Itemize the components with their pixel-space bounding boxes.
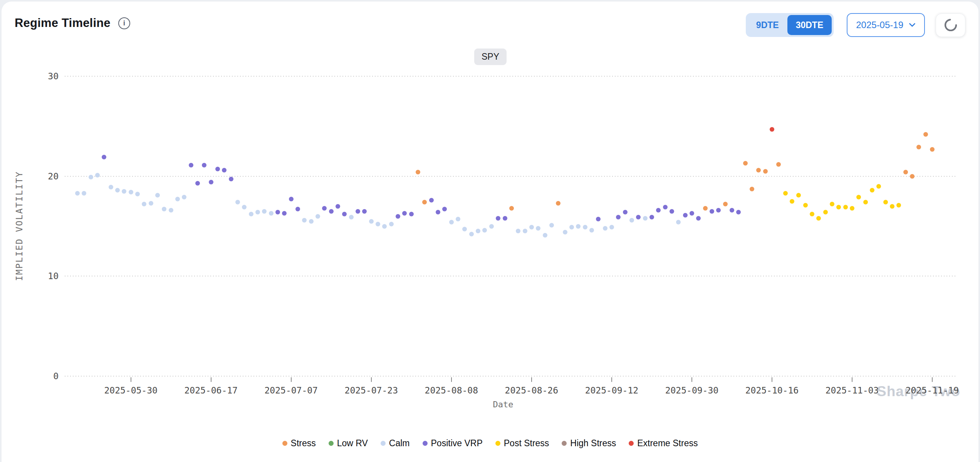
legend-item-low-rv[interactable]: Low RV: [329, 438, 368, 449]
data-point-stress[interactable]: [776, 162, 781, 167]
data-point-calm[interactable]: [369, 219, 374, 224]
data-point-stress[interactable]: [416, 170, 420, 174]
data-point-stress[interactable]: [916, 145, 921, 149]
data-point-post-stress[interactable]: [810, 212, 814, 216]
data-point-calm[interactable]: [155, 193, 160, 198]
data-point-calm[interactable]: [82, 191, 86, 196]
data-point-post-stress[interactable]: [830, 202, 834, 206]
data-point-calm[interactable]: [269, 211, 274, 216]
legend-item-extreme-stress[interactable]: Extreme Stress: [629, 438, 698, 449]
data-point-calm[interactable]: [536, 226, 540, 231]
data-point-stress[interactable]: [509, 206, 514, 211]
data-point-calm[interactable]: [583, 225, 587, 229]
data-point-post-stress[interactable]: [823, 210, 828, 214]
data-point-calm[interactable]: [309, 219, 314, 224]
data-point-calm[interactable]: [389, 222, 394, 226]
data-point-calm[interactable]: [75, 191, 80, 196]
data-point-positive-vrp[interactable]: [209, 180, 213, 184]
data-point-post-stress[interactable]: [896, 203, 901, 208]
data-point-positive-vrp[interactable]: [649, 215, 654, 219]
data-point-stress[interactable]: [910, 174, 915, 179]
data-point-calm[interactable]: [516, 229, 520, 233]
data-point-positive-vrp[interactable]: [275, 210, 280, 214]
data-point-calm[interactable]: [182, 195, 186, 199]
data-point-positive-vrp[interactable]: [102, 155, 106, 159]
data-point-positive-vrp[interactable]: [736, 210, 741, 214]
data-point-calm[interactable]: [549, 223, 554, 228]
data-point-calm[interactable]: [142, 202, 146, 206]
data-point-calm[interactable]: [643, 216, 648, 221]
legend-item-stress[interactable]: Stress: [282, 438, 316, 449]
data-point-positive-vrp[interactable]: [402, 211, 407, 216]
data-point-calm[interactable]: [122, 189, 126, 194]
legend-item-high-stress[interactable]: High Stress: [562, 438, 616, 449]
data-point-stress[interactable]: [750, 187, 754, 191]
data-point-positive-vrp[interactable]: [189, 163, 193, 167]
data-point-positive-vrp[interactable]: [329, 209, 334, 214]
data-point-positive-vrp[interactable]: [289, 197, 294, 201]
legend-item-calm[interactable]: Calm: [381, 438, 410, 449]
data-point-calm[interactable]: [169, 208, 173, 213]
data-point-positive-vrp[interactable]: [623, 210, 628, 214]
data-point-stress[interactable]: [743, 161, 748, 166]
data-point-positive-vrp[interactable]: [663, 205, 668, 209]
data-point-calm[interactable]: [523, 229, 527, 233]
data-point-stress[interactable]: [903, 170, 908, 174]
data-point-calm[interactable]: [262, 209, 267, 214]
data-point-calm[interactable]: [382, 224, 387, 229]
data-point-positive-vrp[interactable]: [282, 211, 287, 216]
data-point-positive-vrp[interactable]: [222, 168, 227, 172]
data-point-positive-vrp[interactable]: [429, 198, 434, 203]
data-point-positive-vrp[interactable]: [596, 217, 601, 221]
data-point-post-stress[interactable]: [796, 193, 801, 198]
data-point-stress[interactable]: [756, 168, 761, 172]
data-point-calm[interactable]: [109, 185, 113, 189]
data-point-post-stress[interactable]: [863, 200, 868, 204]
data-point-positive-vrp[interactable]: [496, 216, 500, 221]
data-point-stress[interactable]: [703, 206, 708, 211]
data-point-calm[interactable]: [115, 188, 120, 192]
data-point-calm[interactable]: [482, 228, 487, 233]
data-point-calm[interactable]: [456, 217, 460, 221]
data-point-positive-vrp[interactable]: [336, 204, 340, 209]
data-point-stress[interactable]: [930, 147, 935, 152]
data-point-positive-vrp[interactable]: [322, 206, 327, 211]
data-point-calm[interactable]: [449, 220, 454, 224]
data-point-calm[interactable]: [235, 200, 240, 204]
data-point-calm[interactable]: [95, 173, 100, 177]
data-point-positive-vrp[interactable]: [636, 215, 641, 219]
data-point-post-stress[interactable]: [883, 200, 888, 204]
data-point-calm[interactable]: [89, 175, 93, 179]
legend-item-post-stress[interactable]: Post Stress: [495, 438, 549, 449]
data-point-positive-vrp[interactable]: [683, 213, 688, 218]
data-point-calm[interactable]: [609, 225, 614, 229]
data-point-post-stress[interactable]: [870, 188, 874, 192]
chart-plot[interactable]: IMPLIED VOLATILITY Date Sharpe Two 01020…: [2, 2, 978, 462]
data-point-post-stress[interactable]: [843, 205, 848, 209]
data-point-positive-vrp[interactable]: [195, 181, 200, 186]
data-point-post-stress[interactable]: [803, 203, 808, 208]
data-point-stress[interactable]: [556, 201, 560, 206]
data-point-post-stress[interactable]: [876, 184, 881, 189]
data-point-stress[interactable]: [763, 169, 768, 174]
data-point-positive-vrp[interactable]: [710, 209, 714, 214]
data-point-calm[interactable]: [149, 201, 153, 206]
data-point-positive-vrp[interactable]: [670, 209, 674, 214]
data-point-positive-vrp[interactable]: [690, 211, 694, 216]
data-point-calm[interactable]: [476, 229, 480, 233]
data-point-calm[interactable]: [315, 214, 320, 219]
data-point-positive-vrp[interactable]: [730, 208, 734, 213]
data-point-post-stress[interactable]: [856, 195, 861, 199]
data-point-positive-vrp[interactable]: [396, 214, 400, 219]
data-point-post-stress[interactable]: [790, 199, 794, 204]
data-point-calm[interactable]: [255, 210, 260, 214]
data-point-stress[interactable]: [923, 132, 928, 137]
data-point-positive-vrp[interactable]: [409, 212, 414, 216]
data-point-post-stress[interactable]: [850, 206, 854, 211]
data-point-calm[interactable]: [249, 212, 253, 216]
data-point-calm[interactable]: [242, 205, 247, 209]
data-point-calm[interactable]: [529, 225, 534, 229]
data-point-post-stress[interactable]: [783, 191, 788, 196]
data-point-positive-vrp[interactable]: [436, 210, 440, 214]
data-point-calm[interactable]: [162, 207, 166, 211]
